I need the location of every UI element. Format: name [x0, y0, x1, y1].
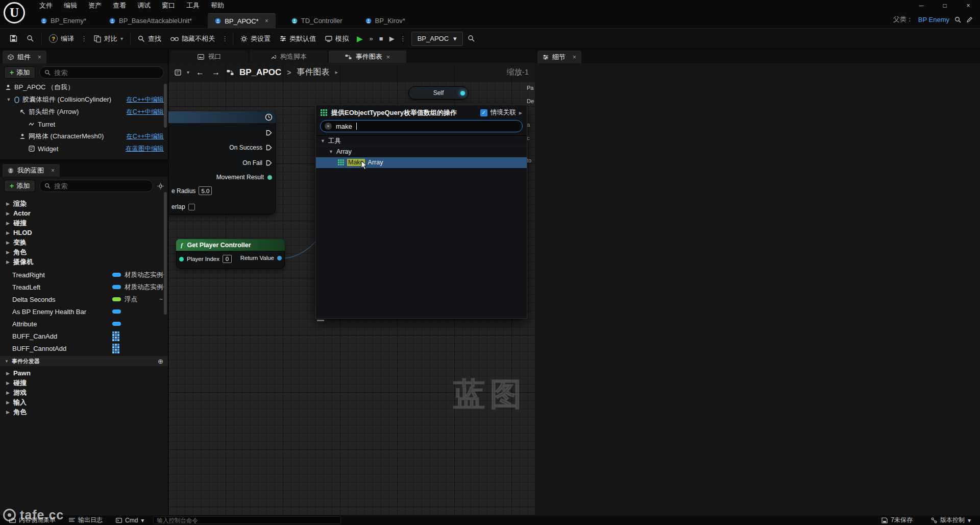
expander-icon[interactable]: ▶: [6, 380, 10, 386]
radius-value-field[interactable]: 5.0: [199, 186, 212, 195]
my-blueprint-search-box[interactable]: [39, 180, 153, 192]
expander-icon[interactable]: ▶: [6, 211, 10, 216]
expander-icon[interactable]: ▶: [6, 230, 10, 235]
edit-pencil-icon[interactable]: [966, 16, 973, 23]
exec-out-pin-row[interactable]: [266, 130, 272, 136]
tab-bp-kirov[interactable]: BP_Kirov*: [358, 13, 412, 28]
simulate-button[interactable]: 模拟: [321, 31, 353, 46]
player-index-value-field[interactable]: 0: [223, 255, 232, 263]
add-blueprint-member-button[interactable]: + 添加: [4, 180, 35, 192]
close-icon[interactable]: ×: [38, 54, 41, 61]
browse-debug-object-button[interactable]: [463, 31, 480, 46]
find-button[interactable]: 查找: [133, 31, 166, 46]
my-blueprint-panel-tab[interactable]: 我的蓝图 ×: [3, 164, 60, 177]
expander-icon[interactable]: ▼: [6, 97, 11, 102]
expander-icon[interactable]: ▼: [321, 138, 325, 144]
category-hlod[interactable]: ▶HLOD: [0, 228, 168, 237]
category-collision[interactable]: ▶碰撞: [0, 218, 168, 228]
eject-button[interactable]: ▶: [386, 35, 398, 42]
eye-closed-icon[interactable]: ~: [159, 296, 163, 303]
breadcrumb-root[interactable]: BP_APOC: [239, 67, 281, 78]
object-pin-icon[interactable]: [277, 256, 282, 260]
category-transform[interactable]: ▶变换: [0, 237, 168, 247]
category-rendering[interactable]: ▶渲染: [0, 199, 168, 208]
tab-bp-baseattackableunit[interactable]: BP_BaseAttackableUnit*: [102, 13, 199, 28]
edit-in-blueprint-link[interactable]: 在蓝图中编辑: [126, 145, 164, 153]
unreal-logo-icon[interactable]: U: [4, 2, 25, 23]
expander-icon[interactable]: ▼: [5, 359, 9, 364]
menu-view[interactable]: 查看: [107, 0, 132, 11]
expander-icon[interactable]: ▼: [329, 149, 333, 154]
result-category-utilities[interactable]: ▼ 工具: [316, 136, 527, 147]
nav-back-button[interactable]: ←: [195, 68, 205, 77]
breadcrumb-current[interactable]: 事件图表: [297, 67, 329, 78]
edit-in-cpp-link[interactable]: 在C++中编辑: [126, 96, 164, 104]
close-tab-icon[interactable]: ×: [265, 17, 268, 25]
category-character-2[interactable]: ▶角色: [0, 407, 168, 417]
exec-pin-icon[interactable]: [266, 160, 272, 166]
hide-unrelated-button[interactable]: 隐藏不相关: [166, 31, 219, 46]
overlap-pin-row[interactable]: erlap: [172, 203, 195, 210]
details-panel-tab[interactable]: 细节 ×: [537, 51, 581, 63]
parent-class-link[interactable]: BP Enemy: [918, 16, 949, 23]
search-icon[interactable]: [954, 16, 961, 23]
menu-asset[interactable]: 资产: [83, 0, 107, 11]
event-dispatchers-section-header[interactable]: ▼ 事件分发器 ⊕: [0, 356, 168, 366]
minimize-button[interactable]: ─: [910, 0, 933, 11]
close-icon[interactable]: ×: [573, 54, 576, 61]
result-make-array[interactable]: Make Array: [316, 157, 527, 168]
expander-icon[interactable]: ▶: [6, 259, 10, 265]
exec-pin-icon[interactable]: [266, 145, 272, 151]
menu-help[interactable]: 帮助: [205, 0, 230, 11]
components-search-box[interactable]: [39, 66, 164, 79]
panel-settings-gear-icon[interactable]: [157, 183, 164, 189]
debug-object-dropdown[interactable]: BP_APOC ▾: [411, 32, 463, 46]
int-pin-icon[interactable]: [179, 257, 184, 261]
tab-bp-apoc[interactable]: BP_APOC* ×: [208, 13, 276, 28]
category-game[interactable]: ▶游戏: [0, 388, 168, 397]
bookmarks-icon[interactable]: [175, 69, 181, 76]
my-blueprint-scrollbar[interactable]: [164, 192, 167, 315]
hide-unrelated-options-button[interactable]: ⋮: [219, 35, 230, 42]
maximize-button[interactable]: □: [933, 0, 957, 11]
on-fail-pin-row[interactable]: On Fail: [242, 159, 272, 166]
close-window-button[interactable]: ×: [957, 0, 980, 11]
add-dispatcher-icon[interactable]: ⊕: [158, 357, 163, 365]
close-icon[interactable]: ×: [51, 167, 55, 174]
menu-debug[interactable]: 调试: [132, 0, 156, 11]
component-row-character-mesh[interactable]: 网格体 (CharacterMesh0) 在C++中编辑: [0, 130, 168, 142]
menu-tools[interactable]: 工具: [181, 0, 205, 11]
tab-construction-script[interactable]: 构造脚本: [250, 51, 327, 63]
tab-td-controller[interactable]: TD_Controller: [284, 13, 350, 28]
category-actor[interactable]: ▶Actor: [0, 208, 168, 218]
compile-button[interactable]: ? 编译: [44, 31, 79, 46]
nav-forward-button[interactable]: →: [211, 68, 221, 77]
output-log-button[interactable]: 输出日志: [65, 516, 107, 524]
compile-options-button[interactable]: ⋮: [79, 35, 89, 42]
enum-pin-icon[interactable]: [267, 175, 272, 180]
self-output-pin-icon[interactable]: [460, 91, 465, 96]
console-command-input[interactable]: [153, 516, 341, 524]
menu-resize-grip[interactable]: [317, 320, 324, 321]
radius-pin-row[interactable]: e Radius 5.0: [172, 186, 212, 195]
expander-icon[interactable]: ▶: [6, 371, 10, 376]
component-row-widget[interactable]: Widget 在蓝图中编辑: [0, 142, 168, 155]
tab-bp-enemy[interactable]: BP_Enemy*: [34, 13, 93, 28]
context-sensitive-toggle[interactable]: ✓ 情境关联 ▸: [480, 108, 522, 117]
version-control-button[interactable]: 版本控制 ▾: [927, 516, 975, 524]
edit-in-cpp-link[interactable]: 在C++中编辑: [126, 132, 164, 141]
result-category-array[interactable]: ▼ Array: [316, 147, 527, 157]
variable-row-treadright[interactable]: TreadRight 材质动态实例 ~: [0, 269, 168, 281]
unsaved-assets-button[interactable]: 7未保存: [877, 516, 917, 524]
components-panel-tab[interactable]: 组件 ×: [3, 51, 46, 63]
browse-asset-button[interactable]: [22, 31, 39, 46]
expander-icon[interactable]: ▶: [6, 410, 10, 415]
variable-row-as-bp-enemy-health-bar[interactable]: As BP Enemy Health Bar: [0, 305, 168, 318]
components-scrollbar[interactable]: [164, 84, 167, 128]
category-character[interactable]: ▶角色: [0, 247, 168, 257]
class-settings-button[interactable]: 类设置: [236, 31, 275, 46]
menu-window[interactable]: 窗口: [156, 0, 181, 11]
event-graph-canvas[interactable]: 视口 构造脚本 事件图表 × ▾ ← → BP_APOC > 事件图表 ▸ 缩放…: [168, 49, 535, 515]
play-button[interactable]: ▶: [353, 34, 366, 43]
stop-button[interactable]: ■: [376, 35, 386, 42]
